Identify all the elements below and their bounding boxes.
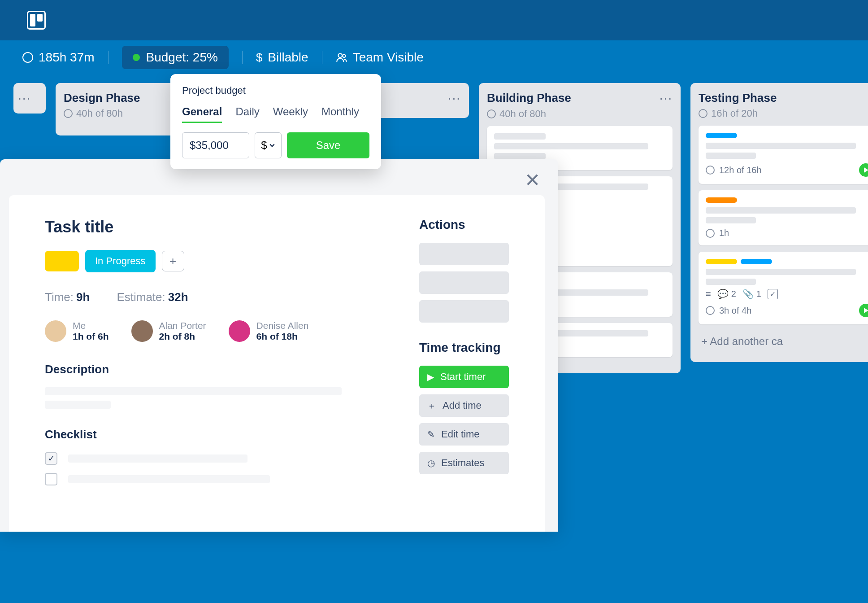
comments-badge: 💬 2 (717, 288, 736, 299)
button-label: Start timer (440, 371, 486, 383)
task-modal: ✕ Task title In Progress + Time:9h Estim… (0, 159, 558, 532)
description-heading: Description (45, 363, 374, 376)
column-time-text: 40h of 80h (76, 108, 123, 119)
action-button[interactable] (419, 243, 509, 265)
card[interactable]: 12h of 16h (699, 126, 868, 184)
clock-icon: ◷ (427, 458, 435, 468)
description-placeholder[interactable] (45, 401, 111, 409)
label-orange (706, 197, 737, 203)
column-menu-icon[interactable]: ··· (660, 91, 673, 105)
play-button[interactable] (859, 304, 868, 317)
assignee[interactable]: Alan Porter2h of 8h (131, 320, 206, 342)
attachment-badge: 📎 1 (742, 288, 761, 299)
task-title[interactable]: Task title (45, 218, 374, 236)
tab-daily[interactable]: Daily (235, 105, 259, 123)
gauge-icon (699, 109, 707, 118)
column-menu-icon[interactable]: ··· (448, 91, 461, 105)
time-field: Time:9h (45, 290, 90, 304)
checklist-heading: Checklist (45, 428, 374, 441)
status-label[interactable]: In Progress (85, 250, 156, 272)
card[interactable]: ≡ 💬 2 📎 1 ✓ 3h of 4h (699, 252, 868, 324)
trello-logo-icon[interactable] (27, 11, 46, 30)
card-time: 3h of 4h (719, 306, 751, 316)
checklist-item[interactable]: ✓ (45, 452, 374, 465)
budget-chip[interactable]: Budget: 25% (122, 46, 229, 69)
play-icon: ▶ (427, 371, 434, 382)
estimate-field: Estimate:32h (117, 290, 188, 304)
start-timer-button[interactable]: ▶ Start timer (419, 366, 509, 388)
card-time: 12h of 16h (719, 165, 762, 175)
add-card-button[interactable]: + Add another ca (699, 331, 868, 352)
currency-select[interactable]: $ (255, 132, 282, 158)
checkbox[interactable]: ✓ (45, 452, 57, 465)
column-subtitle: 16h of 20h (699, 108, 868, 119)
gauge-icon (487, 109, 496, 118)
svg-point-1 (343, 54, 346, 57)
column-title[interactable]: Testing Phase (699, 91, 777, 105)
modal-main: Task title In Progress + Time:9h Estimat… (45, 218, 374, 532)
label-blue (741, 259, 772, 264)
tab-general[interactable]: General (182, 105, 222, 123)
visibility-toggle[interactable]: Team Visible (336, 50, 424, 65)
pencil-icon: ✎ (427, 429, 435, 440)
budget-amount-input[interactable] (182, 132, 249, 158)
label-yellow[interactable] (45, 251, 79, 271)
save-button[interactable]: Save (287, 132, 369, 158)
add-label-button[interactable]: + (162, 251, 184, 271)
button-label: Estimates (441, 457, 485, 469)
top-bar (0, 0, 868, 40)
column-title[interactable]: Design Phase (64, 91, 140, 105)
column-partial: ··· (13, 83, 46, 114)
button-label: Add time (443, 400, 482, 411)
budget-label: Budget: 25% (146, 50, 218, 65)
popover-tabs: General Daily Weekly Monthly (182, 105, 369, 123)
action-button[interactable] (419, 271, 509, 294)
billable-toggle[interactable]: Billable (256, 50, 308, 65)
plus-icon: ＋ (427, 400, 436, 412)
avatar (229, 320, 250, 342)
card[interactable]: 1h (699, 190, 868, 245)
divider (242, 51, 243, 64)
board: ··· Design Phase 40h of 80h ··· Building… (0, 74, 868, 373)
person-name: Alan Porter (159, 320, 206, 331)
divider (322, 51, 322, 64)
action-button[interactable] (419, 300, 509, 323)
avatar (131, 320, 153, 342)
visibility-label: Team Visible (353, 50, 424, 65)
close-button[interactable]: ✕ (525, 169, 540, 191)
assignee[interactable]: Denise Allen6h of 18h (229, 320, 309, 342)
total-time-text: 185h 37m (39, 50, 95, 65)
chevron-down-icon (269, 142, 275, 149)
tab-weekly[interactable]: Weekly (273, 105, 308, 123)
actions-heading: Actions (419, 218, 518, 232)
column-menu-icon[interactable]: ··· (18, 91, 41, 105)
checkbox[interactable] (45, 473, 57, 485)
divider (108, 51, 108, 64)
total-time[interactable]: 185h 37m (22, 50, 95, 65)
label-blue (706, 133, 737, 138)
popover-title: Project budget (182, 85, 369, 96)
budget-popover: Project budget General Daily Weekly Mont… (170, 74, 381, 169)
column-title[interactable]: Building Phase (487, 91, 571, 105)
dollar-icon (256, 50, 262, 65)
column-time-text: 40h of 80h (499, 108, 546, 120)
card-time: 1h (719, 228, 729, 238)
button-label: Edit time (441, 428, 480, 440)
add-time-button[interactable]: ＋ Add time (419, 394, 509, 417)
status-bar: 185h 37m Budget: 25% Billable Team Visib… (0, 40, 868, 74)
person-name: Denise Allen (256, 320, 309, 331)
svg-point-0 (338, 53, 342, 57)
modal-sidebar: Actions Time tracking ▶ Start timer ＋ Ad… (419, 218, 518, 532)
checklist-item[interactable] (45, 473, 374, 485)
description-placeholder[interactable] (45, 387, 342, 395)
play-button[interactable] (859, 163, 868, 177)
person-time: 1h of 6h (73, 331, 109, 342)
tracking-heading: Time tracking (419, 341, 518, 355)
gauge-icon (706, 166, 715, 175)
tab-monthly[interactable]: Monthly (321, 105, 359, 123)
gauge-icon (706, 229, 715, 238)
assignee[interactable]: Me1h of 6h (45, 320, 109, 342)
estimates-button[interactable]: ◷ Estimates (419, 452, 509, 474)
column-subtitle: 40h of 80h (487, 108, 673, 120)
edit-time-button[interactable]: ✎ Edit time (419, 423, 509, 446)
